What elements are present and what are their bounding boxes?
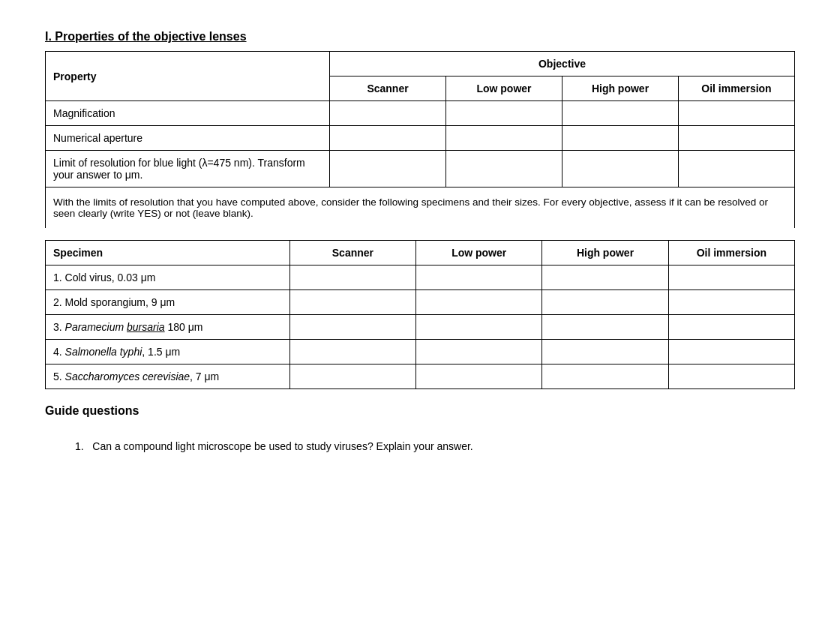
specimen-3-scanner[interactable]: [290, 315, 416, 340]
oil-immersion-header: Oil immersion: [679, 76, 795, 101]
resolution-oil[interactable]: [679, 151, 795, 188]
specimen-4-scanner[interactable]: [290, 340, 416, 364]
resolution-scanner[interactable]: [330, 151, 446, 188]
specimen-5-label: 5. Saccharomyces cerevisiae, 7 μm: [46, 364, 290, 389]
properties-table: Property Objective Scanner Low power Hig…: [45, 51, 795, 228]
specimen-1-label: 1. Cold virus, 0.03 μm: [46, 266, 290, 290]
section-title: I. Properties of the objective lenses: [45, 30, 795, 44]
specimen-2-oil[interactable]: [668, 290, 794, 315]
specimen-3-oil[interactable]: [668, 315, 794, 340]
specimen-2-high[interactable]: [542, 290, 668, 315]
oil-immersion-header-2: Oil immersion: [668, 241, 794, 266]
note-text: With the limits of resolution that you h…: [46, 188, 795, 229]
property-header: Property: [46, 52, 330, 101]
specimen-5-oil[interactable]: [668, 364, 794, 389]
magnification-low[interactable]: [446, 101, 562, 126]
magnification-scanner[interactable]: [330, 101, 446, 126]
table-row: 4. Salmonella typhi, 1.5 μm: [46, 340, 795, 364]
specimen-3-label: 3. Paramecium bursaria 180 μm: [46, 315, 290, 340]
aperture-oil[interactable]: [679, 126, 795, 151]
specimen-3-low[interactable]: [416, 315, 542, 340]
scanner-header-2: Scanner: [290, 241, 416, 266]
specimen-column-header: Specimen: [46, 241, 290, 266]
low-power-header-2: Low power: [416, 241, 542, 266]
table-row: Limit of resolution for blue light (λ=47…: [46, 151, 795, 188]
high-power-header-2: High power: [542, 241, 668, 266]
table-row: 5. Saccharomyces cerevisiae, 7 μm: [46, 364, 795, 389]
specimens-table: Specimen Scanner Low power High power Oi…: [45, 240, 795, 389]
high-power-header: High power: [562, 76, 679, 101]
specimen-3-name: Paramecium bursaria: [65, 321, 165, 333]
specimen-4-high[interactable]: [542, 340, 668, 364]
table-row: Magnification: [46, 101, 795, 126]
question-number-1: 1.: [75, 440, 84, 452]
specimen-3-underline: bursaria: [127, 321, 165, 333]
magnification-oil[interactable]: [679, 101, 795, 126]
specimen-1-oil[interactable]: [668, 266, 794, 290]
specimen-4-label: 4. Salmonella typhi, 1.5 μm: [46, 340, 290, 364]
magnification-high[interactable]: [562, 101, 679, 126]
resolution-low[interactable]: [446, 151, 562, 188]
table-row: 1. Cold virus, 0.03 μm: [46, 266, 795, 290]
question-text-1: Can a compound light microscope be used …: [92, 440, 472, 452]
objective-header: Objective: [330, 52, 795, 76]
specimen-4-name: Salmonella typhi: [65, 346, 142, 358]
specimen-5-name: Saccharomyces cerevisiae: [65, 370, 190, 382]
table-row: Numerical aperture: [46, 126, 795, 151]
resolution-label: Limit of resolution for blue light (λ=47…: [46, 151, 330, 188]
specimen-4-low[interactable]: [416, 340, 542, 364]
specimen-5-scanner[interactable]: [290, 364, 416, 389]
resolution-high[interactable]: [562, 151, 679, 188]
magnification-label: Magnification: [46, 101, 330, 126]
specimen-2-scanner[interactable]: [290, 290, 416, 315]
specimen-3-high[interactable]: [542, 315, 668, 340]
specimen-2-label: 2. Mold sporangium, 9 μm: [46, 290, 290, 315]
aperture-scanner[interactable]: [330, 126, 446, 151]
guide-title: Guide questions: [45, 404, 795, 418]
scanner-header: Scanner: [330, 76, 446, 101]
guide-question-1: 1. Can a compound light microscope be us…: [75, 440, 795, 452]
specimen-5-low[interactable]: [416, 364, 542, 389]
specimen-4-oil[interactable]: [668, 340, 794, 364]
aperture-low[interactable]: [446, 126, 562, 151]
specimen-5-high[interactable]: [542, 364, 668, 389]
table-row: 2. Mold sporangium, 9 μm: [46, 290, 795, 315]
low-power-header: Low power: [446, 76, 562, 101]
table-row: 3. Paramecium bursaria 180 μm: [46, 315, 795, 340]
specimen-1-low[interactable]: [416, 266, 542, 290]
specimen-1-high[interactable]: [542, 266, 668, 290]
numerical-aperture-label: Numerical aperture: [46, 126, 330, 151]
note-row: With the limits of resolution that you h…: [46, 188, 795, 229]
specimen-2-low[interactable]: [416, 290, 542, 315]
specimen-1-scanner[interactable]: [290, 266, 416, 290]
aperture-high[interactable]: [562, 126, 679, 151]
